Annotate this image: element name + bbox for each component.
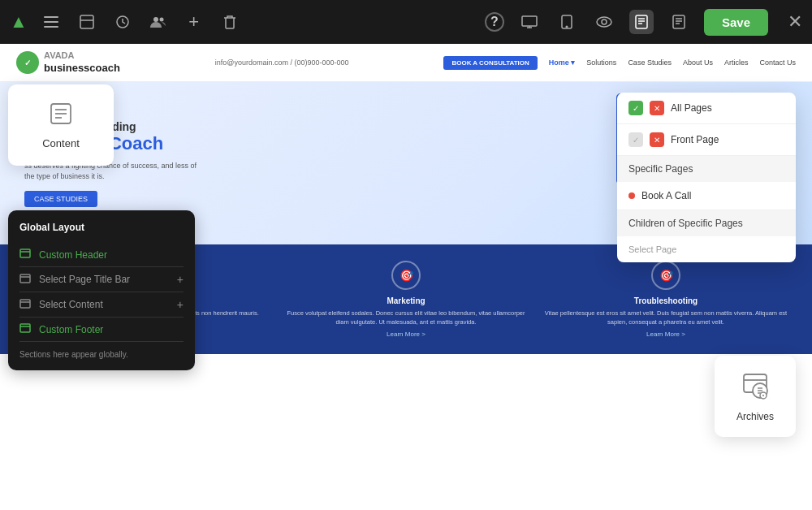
svg-rect-8: [522, 16, 537, 26]
svg-rect-2: [44, 26, 58, 28]
svg-rect-0: [44, 16, 58, 18]
svg-point-12: [566, 26, 568, 28]
layout-item-page-title-bar[interactable]: Select Page Title Bar +: [19, 267, 184, 292]
page-title-bar-icon: [19, 274, 31, 286]
front-page-x-icon: ✕: [650, 132, 664, 147]
svg-rect-47: [20, 324, 30, 332]
select-page-label: Select Page: [628, 244, 676, 254]
front-page-check-icon: ✓: [628, 132, 643, 147]
page-title-bar-label: Select Page Title Bar: [39, 274, 169, 285]
troubleshooting-title: Troubleshooting: [544, 296, 788, 305]
marketing-desc: Fusce volutpat eleifend sodales. Donec c…: [284, 309, 528, 326]
svg-rect-3: [80, 15, 93, 28]
svg-rect-41: [20, 249, 30, 257]
sidebar-toggle-icon[interactable]: [39, 10, 63, 34]
add-icon[interactable]: +: [182, 10, 206, 34]
svg-point-6: [153, 17, 158, 22]
troubleshooting-icon: 🎯: [651, 261, 680, 290]
site-logo-tagline: AVADA: [44, 50, 120, 60]
help-icon[interactable]: ?: [485, 12, 504, 32]
nav-contact[interactable]: Contact Us: [759, 58, 796, 67]
book-consultation-button[interactable]: BOOK A CONSULTATION: [443, 56, 537, 70]
layout-item-custom-footer[interactable]: Custom Footer: [19, 318, 184, 342]
marketing-title: Marketing: [284, 296, 528, 305]
all-pages-x-icon: ✕: [650, 101, 664, 115]
layout-icon[interactable]: [75, 10, 99, 34]
svg-point-7: [159, 18, 163, 22]
main-content: ✓ AVADA businesscoach info@yourdomain.co…: [0, 44, 812, 510]
nav-about[interactable]: About Us: [683, 58, 713, 67]
layout-item-custom-header[interactable]: Custom Header: [19, 243, 184, 267]
front-page-label: Front Page: [671, 134, 784, 145]
svg-rect-45: [20, 300, 30, 308]
content-panel-icon: [48, 101, 74, 132]
all-pages-label: All Pages: [671, 102, 784, 114]
svg-point-13: [597, 17, 611, 27]
close-button[interactable]: ✕: [788, 11, 802, 32]
users-icon[interactable]: [146, 10, 171, 34]
toolbar: ▲ + ? Save ✕: [0, 0, 812, 44]
history-icon[interactable]: [110, 10, 135, 34]
nav-solutions[interactable]: Solutions: [586, 58, 616, 67]
toolbar-right: ? Save ✕: [485, 9, 802, 36]
global-layout-note: Sections here appear globally.: [19, 350, 184, 359]
service-card-troubleshooting: 🎯 Troubleshooting Vitae pellentesque est…: [544, 261, 788, 338]
custom-header-label: Custom Header: [39, 249, 184, 261]
children-specific-pages-header: Children of Specific Pages: [617, 210, 796, 236]
site-topbar: ✓ AVADA businesscoach info@yourdomain.co…: [0, 44, 812, 82]
specific-pages-header: Specific Pages: [617, 156, 796, 182]
select-content-plus[interactable]: +: [177, 298, 184, 311]
marketing-icon: 🎯: [391, 261, 421, 290]
nav-home[interactable]: Home ▾: [549, 58, 576, 67]
template2-icon[interactable]: [667, 10, 691, 34]
book-a-call-dot-icon: [628, 192, 635, 199]
select-page-option[interactable]: Select Page: [617, 236, 796, 262]
site-logo-icon: ✓: [16, 51, 39, 74]
aruba-logo-icon[interactable]: ▲: [10, 11, 28, 32]
content-panel[interactable]: Content: [8, 84, 114, 166]
site-logo: ✓ AVADA businesscoach: [16, 50, 120, 75]
content-panel-label: Content: [42, 137, 80, 149]
svg-rect-15: [636, 15, 647, 28]
template-icon[interactable]: [629, 10, 654, 34]
site-nav-area: BOOK A CONSULTATION Home ▾ Solutions Cas…: [443, 56, 796, 70]
global-layout-panel: Global Layout Custom Header Select Page …: [8, 210, 195, 370]
case-studies-button[interactable]: CASE STUDIES: [24, 191, 97, 207]
front-page-option[interactable]: ✓ ✕ Front Page: [617, 124, 796, 156]
custom-header-icon: [19, 249, 31, 261]
desktop-icon[interactable]: [517, 10, 542, 34]
select-content-label: Select Content: [39, 299, 169, 310]
all-pages-option[interactable]: ✓ ✕ All Pages: [617, 93, 796, 124]
book-a-call-label: Book A Call: [641, 190, 784, 201]
all-pages-check-icon: ✓: [628, 101, 643, 115]
preview-icon[interactable]: [592, 10, 616, 34]
svg-rect-1: [44, 21, 58, 23]
select-content-icon: [19, 299, 31, 311]
page-selector-dropdown: ✓ ✕ All Pages ✓ ✕ Front Page Specific Pa…: [617, 93, 796, 262]
trash-icon[interactable]: [218, 10, 242, 34]
marketing-link[interactable]: Learn More >: [284, 331, 528, 338]
archives-icon: [741, 371, 770, 406]
svg-point-14: [602, 19, 607, 24]
troubleshooting-link[interactable]: Learn More >: [544, 331, 788, 338]
service-card-marketing: 🎯 Marketing Fusce volutpat eleifend soda…: [284, 261, 528, 338]
nav-case-studies[interactable]: Case Studies: [628, 58, 672, 67]
custom-footer-icon: [19, 323, 31, 335]
layout-item-select-content[interactable]: Select Content +: [19, 292, 184, 318]
nav-articles[interactable]: Articles: [724, 58, 749, 67]
archives-label: Archives: [736, 411, 774, 422]
site-logo-name: businesscoach: [44, 62, 120, 74]
tablet-icon[interactable]: [555, 10, 579, 34]
page-title-bar-plus[interactable]: +: [177, 273, 184, 286]
book-a-call-option[interactable]: Book A Call: [617, 182, 796, 210]
custom-footer-label: Custom Footer: [39, 324, 184, 335]
children-specific-pages-label: Children of Specific Pages: [628, 218, 743, 229]
troubleshooting-desc: Vitae pellentesque est eros sit amet vel…: [544, 309, 788, 326]
site-contact: info@yourdomain.com / (00)900-000-000: [215, 58, 349, 67]
svg-rect-19: [673, 15, 685, 28]
site-nav: Home ▾ Solutions Case Studies About Us A…: [549, 58, 796, 67]
svg-rect-43: [20, 274, 30, 283]
save-button[interactable]: Save: [704, 9, 768, 36]
archives-widget[interactable]: Archives: [715, 356, 796, 437]
global-layout-title: Global Layout: [19, 222, 184, 233]
